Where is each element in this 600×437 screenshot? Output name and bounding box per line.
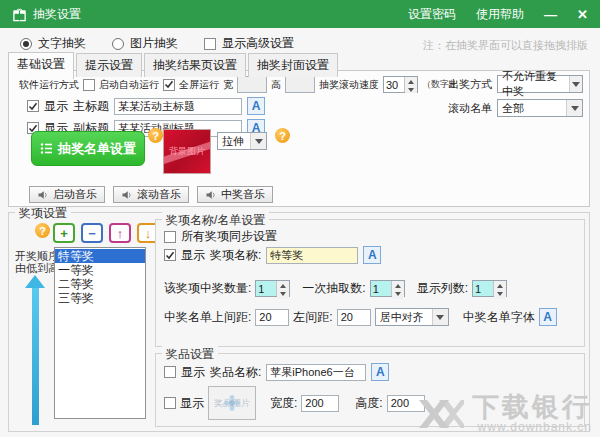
- spinner-down-icon[interactable]: [494, 290, 506, 299]
- top-gap-input[interactable]: [255, 309, 289, 326]
- tab-result[interactable]: 抽奖结果页设置: [144, 53, 246, 77]
- list-item[interactable]: 特等奖: [55, 249, 145, 263]
- help-button[interactable]: 使用帮助: [476, 6, 524, 23]
- lottery-name-list-button[interactable]: 抽奖名单设置: [31, 131, 145, 166]
- spinner-up-icon[interactable]: [405, 77, 417, 86]
- text-mode-label: 文字抽奖: [38, 35, 86, 52]
- goods-name-font-button[interactable]: A: [371, 363, 389, 381]
- prize-name-label: 奖项名称:: [210, 247, 261, 264]
- spinner-down-icon[interactable]: [405, 86, 417, 93]
- roll-list-label: 滚动名单: [448, 101, 492, 116]
- chevron-down-icon: [566, 100, 582, 116]
- goods-height-input[interactable]: [387, 395, 425, 412]
- per-draw-stepper[interactable]: 1: [370, 280, 405, 297]
- prize-list[interactable]: 特等奖 一等奖 二等奖 三等奖: [54, 247, 146, 419]
- sync-all-label: 所有奖项同步设置: [181, 228, 277, 245]
- help-icon[interactable]: [275, 128, 290, 143]
- show-label: 显示: [181, 247, 205, 264]
- main-title-checkbox[interactable]: [27, 100, 39, 112]
- stretch-mode-select[interactable]: 拉伸: [217, 132, 267, 150]
- align-select[interactable]: 居中对齐: [375, 308, 449, 326]
- tab-cover[interactable]: 抽奖封面设置: [248, 53, 338, 77]
- win-music-label: 中奖音乐: [221, 187, 265, 202]
- set-password-button[interactable]: 设置密码: [408, 6, 456, 23]
- chevron-down-icon: [569, 76, 582, 92]
- image-mode-radio[interactable]: [112, 38, 124, 50]
- text-mode-radio[interactable]: [20, 38, 32, 50]
- spinner-up-icon[interactable]: [277, 281, 289, 290]
- prize-name-input[interactable]: [266, 247, 358, 264]
- main-title-font-button[interactable]: A: [247, 97, 265, 115]
- spinner-up-icon[interactable]: [494, 281, 506, 290]
- align-value: 居中对齐: [380, 310, 424, 325]
- show-label: 显示: [44, 98, 68, 115]
- prize-settings-group: 奖项设置 + − ↑ ↓ 开奖顺序 由低到高 特等奖 一等奖 二等奖 三等奖 奖…: [8, 212, 590, 432]
- spinner-up-icon[interactable]: [392, 281, 404, 290]
- main-title-input[interactable]: [114, 98, 242, 115]
- fullscreen-checkbox[interactable]: [163, 79, 175, 91]
- goods-width-input[interactable]: [301, 395, 339, 412]
- draw-options-column: 出奖方式 不允许重复中奖 滚动名单 全部: [448, 75, 583, 117]
- draw-mode-value: 不允许重复中奖: [502, 69, 565, 99]
- list-item[interactable]: 一等奖: [55, 263, 145, 277]
- height-label: 高: [271, 78, 281, 92]
- columns-label: 显示列数:: [417, 280, 468, 297]
- win-count-stepper[interactable]: 1: [255, 280, 290, 297]
- show-goods-name-checkbox[interactable]: [164, 366, 176, 378]
- draw-mode-select[interactable]: 不允许重复中奖: [497, 75, 583, 93]
- roll-music-button[interactable]: 滚动音乐: [113, 186, 189, 203]
- left-gap-input[interactable]: [337, 309, 371, 326]
- main-title-label: 主标题: [73, 98, 109, 115]
- basic-settings-panel: 软件运行方式 启动自动运行 全屏运行 宽 高 抽奖滚动速度 30 （数字越小速度…: [8, 70, 590, 207]
- prize-name-group-title: 奖项名称/名单设置: [162, 212, 269, 229]
- win-music-button[interactable]: 中奖音乐: [197, 186, 273, 203]
- show-label: 显示: [181, 364, 205, 381]
- spinner-down-icon[interactable]: [392, 290, 404, 299]
- top-gap-label: 中奖名单上间距:: [164, 309, 251, 326]
- chevron-down-icon: [432, 309, 448, 325]
- background-image-thumbnail[interactable]: 背景图片: [163, 129, 211, 174]
- screen-height-input[interactable]: [285, 76, 315, 93]
- screen-width-input[interactable]: [237, 76, 267, 93]
- help-icon[interactable]: [148, 128, 163, 143]
- spinner-down-icon[interactable]: [277, 290, 289, 299]
- move-up-button[interactable]: ↑: [109, 223, 131, 243]
- add-prize-button[interactable]: +: [53, 223, 75, 243]
- tab-basic[interactable]: 基础设置: [8, 52, 74, 79]
- remove-prize-button[interactable]: −: [81, 223, 103, 243]
- minimize-icon[interactable]: —: [544, 7, 557, 22]
- autorun-label: 启动自动运行: [99, 78, 159, 92]
- list-icon: [40, 142, 53, 155]
- titlebar: 抽奖设置 设置密码 使用帮助 — ✕: [0, 0, 600, 28]
- roll-list-value: 全部: [502, 101, 524, 116]
- list-item[interactable]: 三等奖: [55, 291, 145, 305]
- order-up-arrow-icon: [25, 275, 45, 425]
- show-label: 显示: [180, 395, 204, 412]
- prize-name-font-button[interactable]: A: [363, 246, 381, 264]
- goods-image-thumbnail[interactable]: 奖品图片: [208, 386, 256, 420]
- winner-font-button[interactable]: A: [539, 308, 557, 326]
- win-count-label: 该奖项中奖数量:: [164, 280, 251, 297]
- columns-stepper[interactable]: 1: [472, 280, 507, 297]
- win-count-value: 1: [256, 281, 276, 296]
- show-goods-image-checkbox[interactable]: [164, 397, 176, 409]
- list-item[interactable]: 二等奖: [55, 277, 145, 291]
- close-icon[interactable]: ✕: [577, 7, 588, 22]
- roll-list-select[interactable]: 全部: [497, 99, 583, 117]
- autorun-checkbox[interactable]: [83, 79, 95, 91]
- columns-value: 1: [473, 281, 493, 296]
- goods-name-input[interactable]: [266, 364, 366, 381]
- draw-order-hint: 开奖顺序 由低到高: [15, 250, 59, 274]
- scroll-speed-stepper[interactable]: 30: [383, 76, 418, 93]
- advanced-settings-checkbox[interactable]: [204, 38, 216, 50]
- speaker-icon: [37, 189, 49, 201]
- goods-name-label: 奖品名称:: [210, 364, 261, 381]
- help-icon[interactable]: [35, 223, 50, 238]
- left-gap-label: 左间距:: [293, 309, 332, 326]
- fullscreen-label: 全屏运行: [179, 78, 219, 92]
- tab-tips[interactable]: 提示设置: [76, 53, 142, 77]
- sync-all-checkbox[interactable]: [164, 231, 176, 243]
- prize-name-group: 奖项名称/名单设置 所有奖项同步设置 显示 奖项名称: A 该奖项中奖数量: 1: [155, 219, 585, 347]
- start-music-button[interactable]: 启动音乐: [29, 186, 105, 203]
- show-prize-name-checkbox[interactable]: [164, 249, 176, 261]
